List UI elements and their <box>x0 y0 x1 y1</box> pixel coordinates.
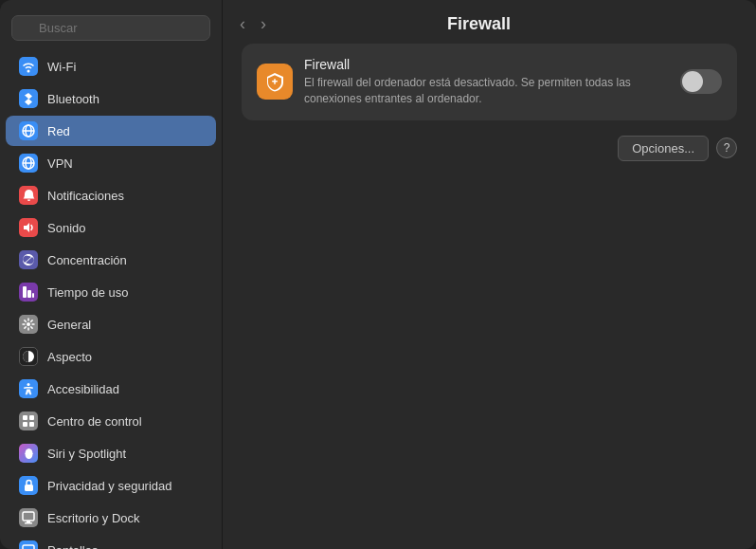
svg-rect-8 <box>27 290 31 298</box>
sidebar-item-appearance-label: Aspecto <box>47 350 92 364</box>
svg-rect-9 <box>32 293 34 298</box>
svg-point-12 <box>27 383 30 386</box>
sidebar-item-control-center-label: Centro de control <box>47 414 142 429</box>
sidebar-item-displays-label: Pantallas <box>47 543 98 550</box>
svg-rect-16 <box>29 422 34 427</box>
sidebar-item-privacy[interactable]: Privacidad y seguridad <box>6 470 216 501</box>
sidebar-item-accessibility-label: Accesibilidad <box>47 382 119 396</box>
siri-icon <box>19 444 38 463</box>
sidebar-item-focus[interactable]: Concentración <box>6 245 216 275</box>
appearance-icon <box>19 347 38 366</box>
svg-rect-19 <box>23 512 34 521</box>
sidebar-item-desktop-label: Escritorio y Dock <box>47 511 140 525</box>
back-button[interactable]: ‹ <box>236 13 249 34</box>
search-wrapper: 🔍 <box>11 15 210 41</box>
sidebar: 🔍 Wi-Fi Bluetooth Red <box>0 0 223 549</box>
svg-rect-15 <box>23 422 27 427</box>
screentime-icon <box>19 283 38 302</box>
firewall-toggle[interactable] <box>680 69 722 94</box>
bottom-row: Opciones... ? <box>242 132 737 165</box>
firewall-title: Firewall <box>304 57 669 72</box>
displays-icon <box>19 540 38 549</box>
svg-rect-26 <box>274 79 276 84</box>
svg-rect-14 <box>29 415 34 420</box>
svg-marker-6 <box>24 223 29 232</box>
help-button[interactable]: ? <box>716 137 737 158</box>
sidebar-item-appearance[interactable]: Aspecto <box>6 341 216 372</box>
firewall-description: El firewall del ordenador está desactiva… <box>304 75 669 107</box>
sound-icon <box>19 218 38 237</box>
search-input[interactable] <box>11 15 210 41</box>
focus-icon <box>19 250 38 269</box>
sidebar-item-desktop[interactable]: Escritorio y Dock <box>6 503 216 533</box>
svg-rect-21 <box>25 522 32 524</box>
svg-rect-13 <box>23 415 27 420</box>
sidebar-item-screentime[interactable]: Tiempo de uso <box>6 277 216 307</box>
sidebar-item-siri[interactable]: Siri y Spotlight <box>6 438 216 468</box>
toggle-knob <box>682 71 703 92</box>
sidebar-item-notifications-label: Notificaciones <box>47 189 124 203</box>
sidebar-item-control-center[interactable]: Centro de control <box>6 406 216 436</box>
sidebar-item-vpn[interactable]: VPN <box>6 148 216 178</box>
forward-button[interactable]: › <box>257 13 270 34</box>
sidebar-item-wifi-label: Wi-Fi <box>47 60 76 74</box>
sidebar-item-network[interactable]: Red <box>6 116 216 146</box>
page-title: Firewall <box>278 14 680 34</box>
firewall-info: Firewall El firewall del ordenador está … <box>304 57 669 107</box>
svg-point-10 <box>27 322 30 326</box>
accessibility-icon <box>19 379 38 398</box>
vpn-icon <box>19 154 38 173</box>
sidebar-item-sound[interactable]: Sonido <box>6 212 216 243</box>
sidebar-item-screentime-label: Tiempo de uso <box>47 285 129 300</box>
sidebar-item-vpn-label: VPN <box>47 156 73 171</box>
titlebar: ‹ › Firewall <box>223 0 756 44</box>
firewall-card: Firewall El firewall del ordenador está … <box>242 44 737 120</box>
notifications-icon <box>19 186 38 205</box>
sidebar-item-notifications[interactable]: Notificaciones <box>6 180 216 210</box>
firewall-icon <box>257 64 293 100</box>
privacy-icon <box>19 476 38 495</box>
sidebar-item-privacy-label: Privacidad y seguridad <box>47 479 172 493</box>
sidebar-item-network-label: Red <box>47 124 70 138</box>
sidebar-item-general[interactable]: General <box>6 309 216 339</box>
sidebar-item-bluetooth[interactable]: Bluetooth <box>6 83 216 114</box>
sidebar-item-general-label: General <box>47 318 91 332</box>
sidebar-item-sound-label: Sonido <box>47 221 85 235</box>
svg-rect-20 <box>27 521 30 522</box>
sidebar-item-siri-label: Siri y Spotlight <box>47 447 126 461</box>
desktop-icon <box>19 508 38 527</box>
sidebar-item-focus-label: Concentración <box>47 253 127 267</box>
sidebar-item-displays[interactable]: Pantallas <box>6 535 216 549</box>
main-content: ‹ › Firewall Firewall El firewall del or… <box>223 0 756 549</box>
network-icon <box>19 121 38 140</box>
control-center-icon <box>19 412 38 430</box>
sidebar-item-accessibility[interactable]: Accesibilidad <box>6 374 216 404</box>
search-container: 🔍 <box>0 9 222 50</box>
svg-rect-22 <box>23 545 34 549</box>
options-button[interactable]: Opciones... <box>618 136 709 161</box>
sidebar-item-bluetooth-label: Bluetooth <box>47 92 99 106</box>
bluetooth-icon <box>19 89 38 108</box>
svg-rect-18 <box>25 485 33 491</box>
sidebar-item-wifi[interactable]: Wi-Fi <box>6 51 216 82</box>
wifi-icon <box>19 57 38 76</box>
general-icon <box>19 315 38 334</box>
content-area: Firewall El firewall del ordenador está … <box>223 44 756 184</box>
svg-rect-7 <box>23 286 27 298</box>
